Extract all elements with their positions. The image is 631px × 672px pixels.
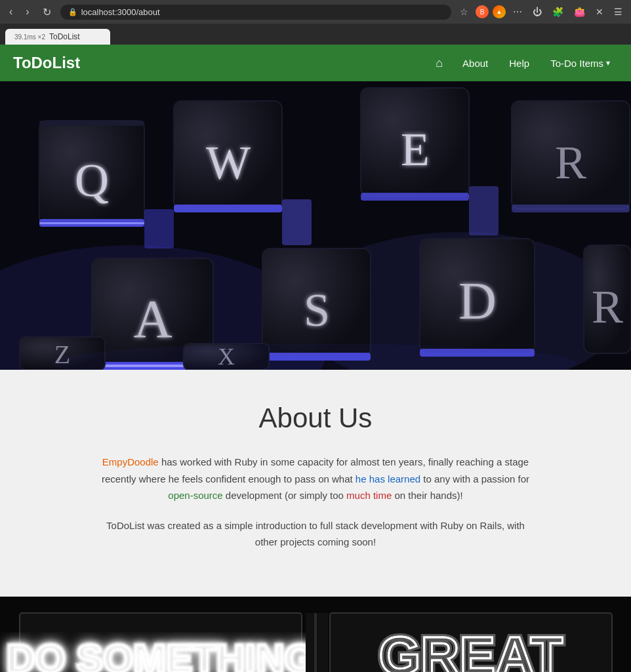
highlight-empydoodle: EmpyDoodle bbox=[102, 456, 159, 467]
extensions-button[interactable]: ⋯ bbox=[510, 5, 525, 19]
bottom-banner-image: DO SOMETHING GREAT DO SOMETHING DO SOMET… bbox=[0, 597, 631, 673]
tab-title: ToDoList bbox=[49, 32, 80, 41]
app-logo[interactable]: ToDoList bbox=[13, 54, 80, 72]
active-tab[interactable]: 39.1ms ×2 ToDoList bbox=[5, 29, 110, 45]
svg-rect-16 bbox=[512, 205, 630, 212]
cross-icon[interactable]: ✕ bbox=[592, 5, 607, 19]
svg-text:W: W bbox=[206, 136, 251, 189]
reload-button[interactable]: ↻ bbox=[39, 5, 55, 20]
wallet-button[interactable]: 👛 bbox=[571, 5, 588, 19]
svg-rect-4 bbox=[39, 121, 144, 126]
puzzle-button[interactable]: 🧩 bbox=[549, 5, 567, 19]
bottom-banner-svg: DO SOMETHING GREAT DO SOMETHING DO SOMET… bbox=[0, 597, 631, 673]
tab-bar: 39.1ms ×2 ToDoList bbox=[0, 24, 631, 45]
forward-button[interactable]: › bbox=[22, 5, 33, 19]
about-nav-link[interactable]: About bbox=[455, 54, 496, 73]
about-paragraph-1: EmpyDoodle has worked with Ruby in some … bbox=[99, 454, 532, 504]
lock-icon: 🔒 bbox=[68, 8, 77, 16]
hero-keyboard-image: Q W E R A S D Z X bbox=[0, 81, 631, 370]
svg-text:Q: Q bbox=[75, 154, 109, 207]
bookmark-button[interactable]: ☆ bbox=[457, 5, 472, 19]
address-bar[interactable]: 🔒 localhost:3000/about bbox=[60, 5, 451, 20]
svg-text:A: A bbox=[133, 289, 172, 349]
about-title: About Us bbox=[13, 403, 618, 434]
home-nav-button[interactable]: ⌂ bbox=[429, 52, 449, 74]
svg-text:E: E bbox=[401, 123, 430, 176]
svg-rect-35 bbox=[469, 186, 499, 235]
svg-text:R: R bbox=[555, 136, 586, 189]
tab-perf: 39.1ms ×2 bbox=[14, 33, 45, 41]
highlight-opensource: open-source bbox=[168, 490, 222, 501]
svg-rect-10 bbox=[174, 205, 282, 212]
todo-items-label: To-Do Items bbox=[550, 58, 603, 69]
back-button[interactable]: ‹ bbox=[5, 5, 16, 19]
svg-rect-34 bbox=[282, 199, 312, 245]
svg-text:S: S bbox=[304, 284, 330, 336]
svg-rect-7 bbox=[39, 222, 144, 224]
todo-items-dropdown[interactable]: To-Do Items ▾ bbox=[542, 54, 618, 73]
app-navbar: ToDoList ⌂ About Help To-Do Items ▾ bbox=[0, 45, 631, 81]
svg-text:GREAT: GREAT bbox=[379, 625, 563, 673]
svg-rect-33 bbox=[144, 209, 174, 248]
about-section: About Us EmpyDoodle has worked with Ruby… bbox=[0, 370, 631, 597]
url-text: localhost:3000/about bbox=[81, 7, 160, 17]
keyboard-svg: Q W E R A S D Z X bbox=[0, 81, 631, 370]
power-button[interactable]: ⏻ bbox=[529, 5, 545, 19]
svg-text:DO SOMETHING: DO SOMETHING bbox=[7, 637, 315, 673]
about-paragraph-2: ToDoList was created as a simple introdu… bbox=[99, 517, 532, 551]
browser-icons: ☆ B ▲ ⋯ ⏻ 🧩 👛 ✕ ☰ bbox=[457, 5, 626, 19]
bat-icon: ▲ bbox=[493, 5, 506, 18]
app-nav-links: ⌂ About Help To-Do Items ▾ bbox=[429, 52, 618, 74]
chevron-down-icon: ▾ bbox=[606, 58, 610, 68]
help-nav-link[interactable]: Help bbox=[501, 54, 537, 73]
svg-text:R: R bbox=[592, 281, 623, 333]
svg-text:D: D bbox=[458, 272, 497, 330]
highlight-learned: he has learned bbox=[356, 473, 420, 484]
brave-icon: B bbox=[476, 5, 489, 18]
menu-button[interactable]: ☰ bbox=[611, 5, 626, 19]
highlight-muchtime: much time bbox=[346, 490, 392, 501]
browser-chrome: ‹ › ↻ 🔒 localhost:3000/about ☆ B ▲ ⋯ ⏻ 🧩… bbox=[0, 0, 631, 24]
svg-rect-47 bbox=[314, 613, 317, 673]
svg-rect-13 bbox=[361, 193, 469, 201]
